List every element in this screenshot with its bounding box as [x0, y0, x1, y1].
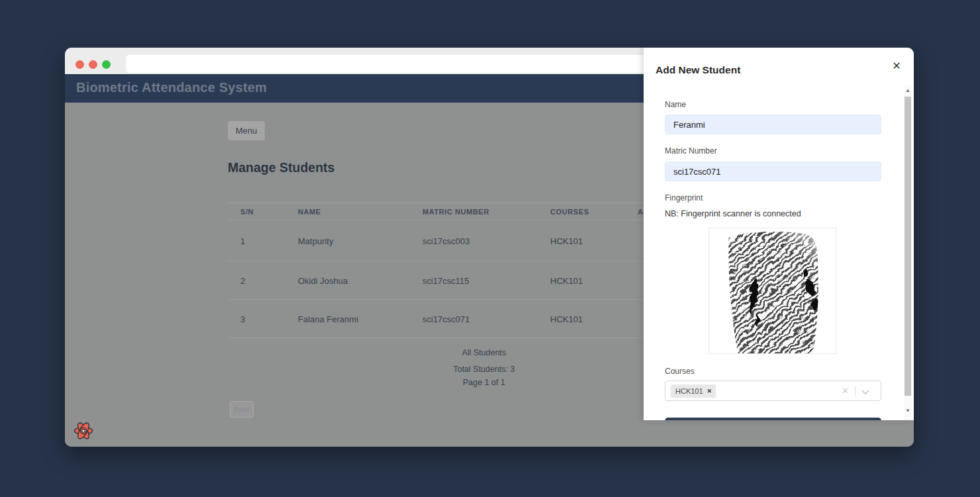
app-title: Biometric Attendance System: [76, 74, 267, 103]
scroll-down-icon[interactable]: ▼: [904, 407, 912, 415]
name-label: Name: [665, 100, 686, 109]
browser-window: Biometric Attendance System Menu Manage …: [65, 48, 914, 447]
cell-sn: 1: [240, 236, 245, 246]
courses-label: Courses: [665, 367, 695, 376]
clear-all-icon[interactable]: ✕: [836, 386, 855, 396]
react-logo-icon: [72, 419, 95, 443]
course-chip: HCK101 ✕: [671, 384, 716, 398]
remove-course-icon[interactable]: ✕: [703, 388, 716, 394]
page-title: Manage Students: [228, 160, 334, 175]
fingerprint-scanner-note: NB: Fingerprint scanner is connected: [665, 209, 801, 218]
col-header-sn: S/N: [240, 208, 254, 216]
course-chip-label: HCK101: [675, 387, 703, 395]
cell-name: Falana Feranmi: [298, 314, 358, 324]
modal-scrollbar[interactable]: ▲ ▼: [904, 85, 912, 420]
cell-name: Matpurity: [298, 236, 333, 246]
modal-title: Add New Student: [656, 64, 740, 76]
scrollbar-thumb[interactable]: [905, 97, 911, 396]
matric-number-field[interactable]: [665, 161, 881, 181]
prev-page-button[interactable]: Prev: [230, 401, 254, 418]
window-close-icon[interactable]: [75, 60, 84, 69]
window-minimize-icon[interactable]: [89, 60, 97, 69]
cell-name: Okidi Joshua: [298, 275, 348, 285]
cell-matric: sci17csc115: [422, 275, 469, 285]
cell-courses: HCK101: [550, 236, 583, 246]
fingerprint-label: Fingerprint: [665, 193, 703, 203]
window-maximize-icon[interactable]: [102, 60, 111, 69]
col-header-courses: COURSES: [550, 208, 589, 216]
close-icon[interactable]: ✕: [889, 58, 905, 73]
add-student-modal: Add New Student ✕ Name Matric Number Fin…: [644, 48, 914, 420]
page-background: Biometric Attendance System Menu Manage …: [0, 0, 980, 497]
window-controls: [75, 60, 111, 69]
chevron-down-icon[interactable]: [856, 384, 875, 398]
menu-button[interactable]: Menu: [228, 121, 265, 140]
cell-sn: 2: [240, 275, 245, 285]
matric-number-label: Matric Number: [665, 146, 717, 156]
col-header-name: NAME: [298, 208, 321, 216]
col-header-matric: MATRIC NUMBER: [422, 208, 489, 216]
cell-courses: HCK101: [550, 314, 583, 324]
cell-matric: sci17csc071: [422, 314, 470, 324]
cell-matric: sci17csc003: [422, 236, 470, 246]
name-field[interactable]: [665, 114, 881, 134]
cell-sn: 3: [240, 314, 245, 324]
fingerprint-image: [709, 228, 836, 354]
submit-button[interactable]: [665, 418, 881, 420]
scroll-up-icon[interactable]: ▲: [904, 87, 912, 95]
courses-multiselect[interactable]: HCK101 ✕ ✕: [665, 381, 881, 401]
cell-courses: HCK101: [550, 275, 583, 285]
